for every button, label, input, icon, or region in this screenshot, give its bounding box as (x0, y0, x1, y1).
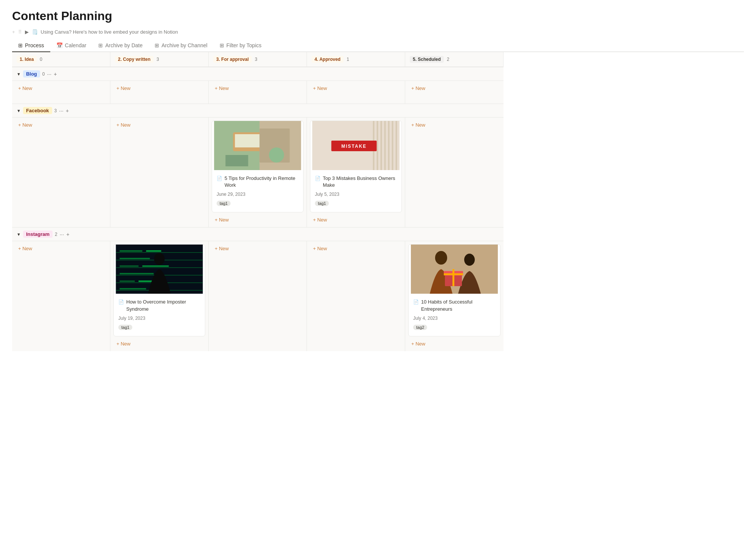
top-bar: + ⠿ ▶ 🗒️ Using Canva? Here's how to live… (12, 29, 744, 35)
svg-rect-29 (143, 265, 169, 267)
column-header-col2: 2. Copy written3 (110, 52, 209, 67)
tab-archive-by-channel[interactable]: ⊞ Archive by Channel (149, 39, 213, 52)
svg-rect-10 (377, 121, 378, 170)
svg-rect-26 (146, 250, 161, 252)
card-image-card4 (409, 245, 500, 295)
new-btn-blog-col1[interactable]: + New (15, 84, 107, 93)
svg-rect-42 (444, 273, 463, 275)
tab-archive-date-icon: ⊞ (98, 42, 103, 48)
new-btn-facebook-col4[interactable]: + New (310, 215, 402, 224)
group-menu-facebook[interactable]: ··· (59, 108, 64, 114)
tab-archive-channel-icon: ⊞ (155, 42, 159, 48)
svg-point-37 (435, 251, 447, 265)
svg-rect-19 (116, 252, 203, 253)
tab-filter-icon: ⊞ (220, 42, 224, 48)
svg-rect-13 (388, 121, 390, 170)
svg-point-38 (464, 254, 475, 266)
column-header-col4: 4. Approved1 (307, 52, 405, 67)
new-btn-facebook-col1[interactable]: + New (15, 121, 107, 129)
card-card2[interactable]: MISTAKE 📄Top 3 Mistakes Business Owners … (310, 121, 402, 212)
svg-rect-12 (384, 121, 386, 170)
column-label-col5: 5. Scheduled (410, 56, 444, 63)
cell-facebook-col1: + New (12, 118, 110, 227)
column-label-col4: 4. Approved (311, 56, 344, 63)
group-name-facebook: Facebook (23, 107, 52, 114)
tab-process[interactable]: ⊞ Process (12, 39, 50, 52)
group-toggle-facebook[interactable]: ▼ (17, 108, 21, 113)
card-card4[interactable]: 📄10 Habits of Successful EntrepreneursJu… (408, 244, 500, 336)
card-title-card2: Top 3 Mistakes Business Owners Make (323, 175, 397, 189)
card-date-card4: July 4, 2023 (413, 316, 496, 321)
new-btn-instagram-col3[interactable]: + New (212, 244, 304, 253)
group-count-facebook: 3 (54, 108, 57, 113)
column-count-col4: 1 (347, 57, 349, 62)
cell-facebook-col5: + New (405, 118, 503, 227)
cell-instagram-col3: + New (209, 241, 307, 351)
card-image-card2: MISTAKE (310, 121, 401, 171)
column-label-col2: 2. Copy written (115, 56, 153, 63)
new-btn-instagram-col5[interactable]: + New (408, 339, 500, 348)
cell-instagram-col1: + New (12, 241, 110, 351)
new-btn-instagram-col1[interactable]: + New (15, 244, 107, 253)
card-tag-card4: tag2 (413, 325, 427, 330)
kanban-board: 1. Idea02. Copy written33. For approval3… (12, 52, 744, 351)
card-content-card4: 📄10 Habits of Successful EntrepreneursJu… (409, 295, 500, 336)
card-card1[interactable]: 📄5 Tips for Productivity in Remote WorkJ… (212, 121, 304, 212)
column-label-col3: 3. For approval (213, 56, 252, 63)
group-menu-blog[interactable]: ··· (47, 71, 51, 77)
svg-text:MISTAKE: MISTAKE (341, 144, 367, 149)
column-header-col3: 3. For approval3 (209, 52, 307, 67)
new-btn-blog-col2[interactable]: + New (113, 84, 205, 93)
new-btn-blog-col3[interactable]: + New (212, 84, 304, 93)
card-card3[interactable]: 📄How to Overcome Imposter SyndromeJuly 1… (113, 244, 205, 336)
group-count-blog: 0 (42, 71, 45, 77)
new-btn-facebook-col3[interactable]: + New (212, 215, 304, 224)
svg-rect-27 (120, 258, 150, 259)
svg-rect-41 (452, 269, 454, 286)
column-count-col3: 3 (255, 57, 257, 62)
new-btn-blog-col4[interactable]: + New (310, 84, 402, 93)
new-btn-instagram-col4[interactable]: + New (310, 244, 402, 253)
card-date-card3: July 19, 2023 (118, 316, 200, 321)
group-toggle-instagram[interactable]: ▼ (17, 232, 21, 237)
column-header-col1: 1. Idea0 (12, 52, 110, 67)
card-image-card3 (114, 245, 205, 295)
new-btn-instagram-col2[interactable]: + New (113, 339, 205, 348)
drag-handle-icon: + (12, 29, 15, 35)
tab-calendar-icon: 📅 (56, 42, 63, 48)
group-add-blog[interactable]: + (54, 71, 57, 77)
svg-rect-15 (396, 121, 397, 170)
column-count-col2: 3 (156, 57, 159, 62)
svg-rect-25 (120, 250, 143, 252)
group-name-instagram: Instagram (23, 231, 53, 238)
column-label-col1: 1. Idea (17, 56, 37, 63)
group-header-facebook: ▼Facebook3···+ (12, 104, 503, 118)
cell-blog-col2: + New (110, 81, 209, 104)
card-tag-card1: tag1 (217, 201, 231, 206)
new-btn-blog-col5[interactable]: + New (408, 84, 500, 93)
column-count-col1: 0 (40, 57, 42, 62)
cell-blog-col1: + New (12, 81, 110, 104)
group-add-instagram[interactable]: + (66, 231, 69, 237)
svg-rect-28 (120, 265, 139, 267)
group-menu-instagram[interactable]: ··· (60, 231, 64, 237)
svg-rect-31 (120, 280, 135, 282)
tab-filter-by-topics[interactable]: ⊞ Filter by Topics (214, 39, 268, 52)
new-btn-facebook-col5[interactable]: + New (408, 121, 500, 129)
cell-instagram-col5: 📄10 Habits of Successful EntrepreneursJu… (405, 241, 503, 351)
svg-rect-30 (120, 273, 154, 274)
tab-archive-by-date[interactable]: ⊞ Archive by Date (92, 39, 149, 52)
group-add-facebook[interactable]: + (66, 108, 69, 114)
svg-point-6 (269, 147, 284, 163)
tab-bar: ⊞ Process 📅 Calendar ⊞ Archive by Date ⊞… (12, 39, 744, 52)
card-content-card2: 📄Top 3 Mistakes Business Owners MakeJuly… (310, 171, 401, 212)
svg-point-34 (154, 253, 165, 265)
toggle-icon[interactable]: ▶ (25, 29, 29, 35)
svg-rect-14 (392, 121, 393, 170)
embed-icon: 🗒️ (32, 29, 38, 35)
doc-icon: 📄 (118, 299, 124, 305)
svg-rect-21 (116, 267, 203, 268)
group-toggle-blog[interactable]: ▼ (17, 72, 21, 76)
tab-calendar[interactable]: 📅 Calendar (50, 39, 93, 52)
new-btn-facebook-col2[interactable]: + New (113, 121, 205, 129)
